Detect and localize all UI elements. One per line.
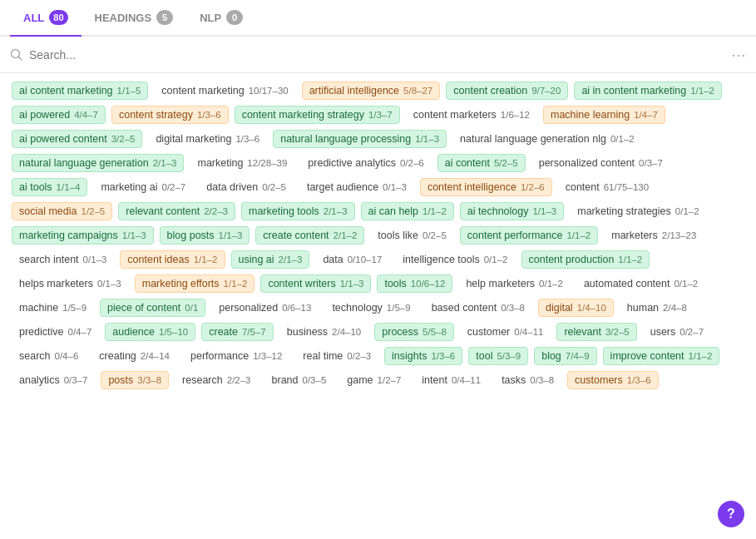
tag-name: personalized <box>219 302 278 314</box>
tag-item[interactable]: natural language processing1/1–3 <box>273 130 447 148</box>
tag-item[interactable]: create content2/1–2 <box>255 226 364 245</box>
tag-item[interactable]: create7/5–7 <box>201 323 274 341</box>
tag-item[interactable]: tool5/3–9 <box>468 347 528 365</box>
tag-count: 1/5–9 <box>62 303 86 313</box>
tag-item[interactable]: content marketing10/17–30 <box>154 82 295 100</box>
tag-item[interactable]: game1/2–7 <box>339 371 408 389</box>
tab-all-badge: 80 <box>49 10 67 25</box>
tag-item[interactable]: customer0/4–11 <box>460 323 551 341</box>
tag-item[interactable]: relevant3/2–5 <box>556 323 636 341</box>
tag-count: 1/4–10 <box>577 303 606 313</box>
tag-item[interactable]: artificial intelligence5/8–27 <box>302 82 441 100</box>
tag-item[interactable]: digital1/4–10 <box>538 299 614 317</box>
tag-item[interactable]: audience1/5–10 <box>105 323 195 341</box>
tag-item[interactable]: based content0/3–8 <box>424 299 532 317</box>
tag-item[interactable]: marketing12/28–39 <box>190 154 294 172</box>
tag-item[interactable]: machine1/5–9 <box>12 299 94 317</box>
tag-count: 1/3–6 <box>235 134 259 144</box>
tag-item[interactable]: marketing strategies0/1–2 <box>570 202 706 220</box>
tag-item[interactable]: social media1/2–5 <box>12 202 112 220</box>
tag-item[interactable]: tools like0/2–5 <box>370 226 453 245</box>
tag-item[interactable]: ai powered content3/2–5 <box>12 130 142 148</box>
tag-item[interactable]: intent0/4–11 <box>414 371 488 389</box>
tag-name: marketing efforts <box>142 278 220 289</box>
tag-item[interactable]: automated content0/1–2 <box>576 274 705 293</box>
tag-item[interactable]: ai powered4/4–7 <box>12 106 106 124</box>
tag-item[interactable]: posts3/3–8 <box>101 371 169 389</box>
tag-item[interactable]: analytics0/3–7 <box>12 371 95 389</box>
tag-item[interactable]: ai technology1/1–3 <box>460 202 564 220</box>
tag-item[interactable]: performance1/3–12 <box>183 347 289 365</box>
tag-item[interactable]: content marketing strategy1/3–7 <box>235 106 400 124</box>
search-input[interactable] <box>29 48 724 62</box>
menu-dots-icon[interactable]: ⋯ <box>731 46 746 64</box>
tag-item[interactable]: search intent0/1–3 <box>12 250 114 269</box>
tab-headings[interactable]: HEADINGS 5 <box>82 0 187 37</box>
tag-item[interactable]: search0/4–6 <box>12 347 86 365</box>
tag-name: audience <box>112 326 155 338</box>
tag-item[interactable]: creating2/4–14 <box>91 347 177 365</box>
tag-item[interactable]: help marketers0/1–2 <box>458 274 570 293</box>
tag-item[interactable]: human2/4–8 <box>620 299 694 317</box>
tag-item[interactable]: data0/10–17 <box>315 250 389 269</box>
tag-item[interactable]: customers1/3–6 <box>567 371 658 389</box>
tag-item[interactable]: real time0/2–3 <box>295 347 378 365</box>
tag-item[interactable]: tools10/6–12 <box>377 274 452 293</box>
tag-item[interactable]: users0/2–7 <box>643 323 711 341</box>
tag-item[interactable]: natural language generation nlg0/1–2 <box>452 130 642 148</box>
tag-item[interactable]: personalized content0/3–7 <box>531 154 670 172</box>
tag-item[interactable]: relevant content2/2–3 <box>118 202 235 220</box>
tag-item[interactable]: improve content1/1–2 <box>603 347 720 365</box>
tag-item[interactable]: predictive analytics0/2–6 <box>300 154 431 172</box>
tag-name: ai content <box>445 157 490 169</box>
tag-item[interactable]: content production1/1–2 <box>521 250 650 269</box>
tag-item[interactable]: marketing ai0/2–7 <box>93 178 193 196</box>
tag-item[interactable]: natural language generation2/1–3 <box>12 154 184 172</box>
tag-item[interactable]: piece of content0/1 <box>100 299 205 317</box>
tag-item[interactable]: marketing campaigns1/1–3 <box>12 226 154 245</box>
tag-item[interactable]: content intelligence1/2–6 <box>420 178 552 196</box>
tag-item[interactable]: intelligence tools0/1–2 <box>395 250 515 269</box>
tag-item[interactable]: brand0/3–5 <box>264 371 334 389</box>
tag-item[interactable]: predictive0/4–7 <box>12 323 99 341</box>
tag-item[interactable]: insights1/3–6 <box>384 347 462 365</box>
tag-item[interactable]: content ideas1/1–2 <box>120 250 225 269</box>
tag-item[interactable]: content writers1/1–3 <box>260 274 371 293</box>
tag-item[interactable]: ai content marketing1/1–5 <box>12 82 148 100</box>
tag-item[interactable]: personalized0/6–13 <box>211 299 319 317</box>
tag-item[interactable]: technology1/5–9 <box>324 299 418 317</box>
tag-count: 0/6–13 <box>282 303 311 313</box>
tag-item[interactable]: process5/5–8 <box>374 323 454 341</box>
tab-all[interactable]: ALL 80 <box>10 0 82 37</box>
tag-name: create content <box>263 230 329 241</box>
tag-name: content performance <box>467 230 563 241</box>
tag-item[interactable]: target audience0/1–3 <box>299 178 414 196</box>
tag-count: 1/3–6 <box>627 375 651 385</box>
tag-item[interactable]: ai content5/2–5 <box>437 154 526 172</box>
tag-count: 5/3–9 <box>497 351 521 361</box>
tag-item[interactable]: content61/75–130 <box>558 178 656 196</box>
tag-item[interactable]: marketers2/13–23 <box>604 226 704 245</box>
tag-item[interactable]: ai can help1/1–2 <box>361 202 454 220</box>
tag-item[interactable]: marketing efforts1/1–2 <box>135 274 255 293</box>
tag-item[interactable]: content strategy1/3–6 <box>111 106 229 124</box>
tag-item[interactable]: blog7/4–9 <box>534 347 596 365</box>
tab-nlp[interactable]: NLP 0 <box>186 0 256 37</box>
tag-item[interactable]: content creation9/7–20 <box>446 82 568 100</box>
tag-item[interactable]: digital marketing1/3–6 <box>148 130 267 148</box>
tag-item[interactable]: helps marketers0/1–3 <box>12 274 129 293</box>
tag-item[interactable]: business2/4–10 <box>279 323 369 341</box>
tag-item[interactable]: research2/2–3 <box>175 371 258 389</box>
tag-item[interactable]: ai in content marketing1/1–2 <box>574 82 722 100</box>
help-button[interactable]: ? <box>718 501 744 527</box>
tag-item[interactable]: content performance1/1–2 <box>460 226 598 245</box>
tag-item[interactable]: marketing tools2/1–3 <box>241 202 355 220</box>
tag-item[interactable]: using ai2/1–3 <box>231 250 310 269</box>
tag-name: content marketing <box>161 85 244 96</box>
tag-item[interactable]: ai tools1/1–4 <box>12 178 87 196</box>
tag-item[interactable]: tasks0/3–8 <box>494 371 561 389</box>
tag-item[interactable]: content marketers1/6–12 <box>406 106 537 124</box>
tag-item[interactable]: blog posts1/1–3 <box>160 226 250 245</box>
tag-item[interactable]: data driven0/2–5 <box>199 178 294 196</box>
tag-item[interactable]: machine learning1/4–7 <box>543 106 665 124</box>
